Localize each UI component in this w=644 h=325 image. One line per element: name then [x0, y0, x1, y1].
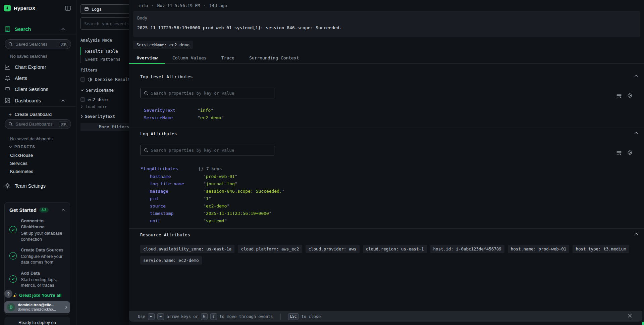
tab-overview[interactable]: Overview: [129, 52, 165, 63]
attribute-value[interactable]: journal.log: [203, 181, 237, 186]
help-button[interactable]: ?: [4, 290, 12, 298]
load-more-button[interactable]: Load more: [80, 104, 107, 109]
property-search-input[interactable]: Search properties by key or value: [140, 88, 274, 98]
logo: HyperDX: [4, 5, 36, 11]
chevron-up-icon[interactable]: [634, 75, 638, 77]
source-selector-button[interactable]: Logs: [80, 4, 129, 14]
preset-services[interactable]: Services: [10, 161, 28, 166]
attribute-row[interactable]: unit systemd: [129, 218, 644, 224]
attribute-value[interactable]: session-846.scope: Succeeded.: [203, 189, 285, 194]
attribute-value[interactable]: 1: [203, 196, 211, 201]
get-started-step[interactable]: Create Data Sources Configure where your…: [9, 247, 65, 265]
attribute-value[interactable]: prod-web-01: [203, 174, 237, 179]
attribute-row[interactable]: ServiceName ec2-demo: [129, 115, 644, 121]
resource-pill[interactable]: host.name: prod-web-01: [508, 245, 570, 253]
saved-dashboards-input[interactable]: Saved Dashboards ⌘K: [5, 119, 71, 129]
severity-level: info: [138, 3, 148, 8]
search-icon: [8, 122, 13, 126]
attribute-value[interactable]: ec2-demo: [198, 115, 224, 120]
sidebar-item-client-sessions[interactable]: Client Sessions: [5, 86, 72, 92]
attribute-row[interactable]: source ec2-demo: [129, 203, 644, 210]
attribute-key[interactable]: hostname: [150, 174, 171, 179]
body-panel[interactable]: Body 2025-11-11T23:56:19+0000 prod-web-0…: [133, 11, 640, 37]
attribute-value[interactable]: 2025-11-11T23:56:19+0000: [203, 211, 272, 216]
filters-label: Filters: [80, 68, 98, 73]
preset-clickhouse[interactable]: ClickHouse: [10, 153, 33, 158]
wrap-lines-icon[interactable]: [616, 150, 622, 155]
chevron-up-icon[interactable]: [634, 233, 638, 235]
load-more-label: Load more: [86, 104, 107, 109]
resource-pill[interactable]: cloud.provider: aws: [306, 245, 360, 253]
attribute-key[interactable]: unit: [150, 218, 160, 223]
expand-triangle-icon[interactable]: [141, 168, 143, 169]
arrow-left-key: ←: [148, 313, 155, 320]
gear-icon[interactable]: [627, 150, 633, 155]
chevron-up-icon[interactable]: [61, 28, 65, 31]
deploy-banner[interactable]: Ready to deploy on: [4, 317, 70, 325]
attribute-key[interactable]: source: [150, 203, 166, 208]
attribute-key[interactable]: ServiceName: [144, 115, 173, 120]
sidebar-item-search[interactable]: Search: [5, 26, 72, 32]
attribute-value[interactable]: systemd: [203, 218, 227, 223]
tab-surrounding-context[interactable]: Surrounding Context: [242, 52, 307, 63]
attribute-key[interactable]: message: [150, 189, 168, 194]
saved-searches-input[interactable]: Saved Searches ⌘K: [5, 39, 71, 49]
filter-group-severitytext[interactable]: SeverityText: [80, 114, 115, 119]
event-search-input[interactable]: Search your events: [80, 17, 129, 30]
attribute-row[interactable]: hostname prod-web-01: [129, 174, 644, 180]
attribute-row[interactable]: message session-846.scope: Succeeded.: [129, 189, 644, 195]
filter-checkbox[interactable]: [80, 97, 85, 102]
mode-event-patterns[interactable]: Event Patterns: [85, 57, 120, 62]
gear-icon[interactable]: [627, 93, 633, 98]
celebration-text: Great job! You're all: [13, 293, 62, 298]
attribute-key[interactable]: SeverityText: [144, 108, 175, 113]
close-icon[interactable]: [628, 313, 632, 318]
resource-pill[interactable]: service.name: ec2-demo: [140, 256, 202, 265]
get-started-step[interactable]: Connect to ClickHouse Set up your databa…: [9, 218, 65, 242]
tab-column-values[interactable]: Column Values: [165, 52, 214, 63]
chevron-up-icon[interactable]: [61, 209, 65, 211]
attribute-row[interactable]: log.file.name journal.log: [129, 181, 644, 187]
sidebar-item-alerts[interactable]: Alerts: [5, 75, 72, 81]
attribute-row[interactable]: timestamp 2025-11-11T23:56:19+0000: [129, 211, 644, 217]
more-filters-button[interactable]: More filters: [80, 123, 129, 131]
attribute-row[interactable]: pid 1: [129, 196, 644, 202]
section-actions: [616, 93, 633, 98]
chevron-up-icon[interactable]: [634, 132, 638, 134]
get-started-step[interactable]: Add Data Start sending logs, metrics, or…: [9, 270, 65, 288]
log-body-text: 2025-11-11T23:56:19+0000 prod-web-01 sys…: [137, 25, 636, 30]
chevron-up-icon[interactable]: [61, 99, 65, 102]
resource-pill[interactable]: cloud.availability_zone: us-east-1a: [140, 245, 234, 253]
denoise-results-row[interactable]: Denoise Results: [80, 77, 129, 82]
attribute-row[interactable]: SeverityText info: [129, 108, 644, 114]
attribute-tree-root[interactable]: LogAttributes {}7 keys: [129, 166, 644, 172]
collapse-sidebar-icon[interactable]: [65, 6, 71, 11]
property-search-input[interactable]: Search properties by key or value: [140, 145, 274, 155]
resource-pill[interactable]: host.type: t3.medium: [573, 245, 629, 253]
filter-option-ec2-demo[interactable]: ec2-demo: [80, 97, 108, 102]
preset-kubernetes[interactable]: Kubernetes: [10, 169, 33, 174]
wrap-lines-icon[interactable]: [616, 93, 622, 98]
attribute-value[interactable]: ec2-demo: [203, 203, 229, 208]
event-relative-time: 14d ago: [209, 3, 227, 8]
attribute-key[interactable]: log.file.name: [150, 181, 184, 186]
user-menu[interactable]: D dominic.tran@clic... dominic.tran@clic…: [4, 301, 70, 313]
presets-toggle[interactable]: PRESETS: [9, 145, 35, 149]
attribute-key[interactable]: LogAttributes: [144, 166, 178, 171]
resource-pill[interactable]: host.id: i-0abc123def456789: [430, 245, 504, 253]
tab-trace[interactable]: Trace: [214, 52, 242, 63]
create-dashboard-button[interactable]: + Create Dashboard: [9, 112, 52, 117]
resource-pill[interactable]: cloud.region: us-east-1: [363, 245, 427, 253]
sidebar-item-dashboards[interactable]: Dashboards: [5, 98, 72, 103]
mode-results-table[interactable]: Results Table: [85, 49, 118, 54]
filter-group-servicename[interactable]: ServiceName: [80, 88, 114, 93]
attribute-value[interactable]: info: [198, 108, 213, 113]
servicename-tag[interactable]: ServiceName: ec2-demo: [133, 41, 193, 49]
denoise-checkbox[interactable]: [80, 77, 85, 82]
sidebar-item-chart-explorer[interactable]: Chart Explorer: [5, 64, 72, 70]
attribute-key[interactable]: timestamp: [150, 211, 173, 216]
resource-pill[interactable]: cloud.platform: aws_ec2: [238, 245, 302, 253]
step-title: Connect to ClickHouse: [21, 218, 45, 229]
sidebar-item-team-settings[interactable]: Team Settings: [5, 183, 72, 189]
attribute-key[interactable]: pid: [150, 196, 158, 201]
